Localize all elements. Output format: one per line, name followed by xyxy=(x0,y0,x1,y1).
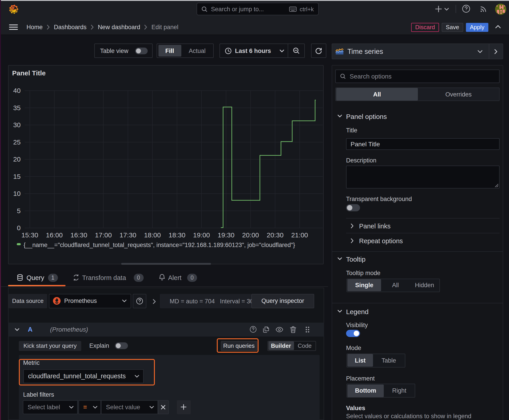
svg-text:19:30: 19:30 xyxy=(218,231,235,239)
svg-text:35: 35 xyxy=(13,104,21,112)
svg-text:18:00: 18:00 xyxy=(144,231,161,239)
svg-text:10: 10 xyxy=(13,190,21,197)
svg-text:15: 15 xyxy=(13,173,21,180)
svg-text:25: 25 xyxy=(13,138,21,146)
svg-text:0: 0 xyxy=(17,224,21,232)
svg-text:20:30: 20:30 xyxy=(267,231,283,239)
svg-text:17:00: 17:00 xyxy=(95,231,112,239)
svg-text:21:00: 21:00 xyxy=(291,231,308,239)
svg-text:16:30: 16:30 xyxy=(70,231,87,239)
svg-text:20: 20 xyxy=(13,156,21,163)
svg-text:19:00: 19:00 xyxy=(193,231,210,239)
svg-text:{__name__="cloudflared_tunnel_: {__name__="cloudflared_tunnel_total_requ… xyxy=(23,242,295,248)
svg-text:18:30: 18:30 xyxy=(168,231,185,239)
svg-text:16:00: 16:00 xyxy=(46,231,63,239)
svg-text:15:30: 15:30 xyxy=(21,231,38,239)
svg-text:17:30: 17:30 xyxy=(119,231,136,239)
svg-text:20:00: 20:00 xyxy=(242,231,259,239)
svg-text:40: 40 xyxy=(13,87,21,94)
svg-text:5: 5 xyxy=(17,207,21,215)
svg-text:30: 30 xyxy=(13,121,21,128)
